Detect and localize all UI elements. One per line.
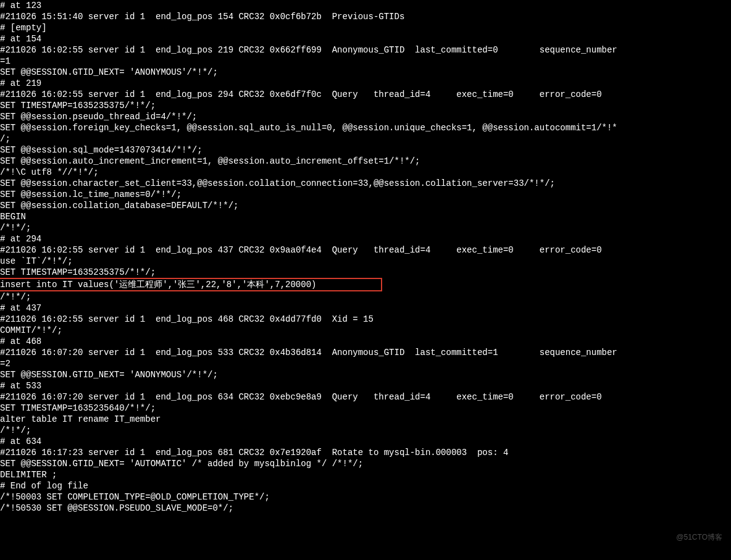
terminal-line: # at 123 bbox=[0, 0, 731, 11]
terminal-line: #211026 16:02:55 server id 1 end_log_pos… bbox=[0, 89, 731, 100]
terminal-line: SET @@SESSION.GTID_NEXT= 'ANONYMOUS'/*!*… bbox=[0, 369, 731, 380]
terminal-line: SET TIMESTAMP=1635235375/*!*/; bbox=[0, 267, 731, 278]
terminal-line: =1 bbox=[0, 56, 731, 67]
watermark-text: @51CTO博客 bbox=[676, 532, 722, 543]
terminal-line: # at 154 bbox=[0, 33, 731, 44]
terminal-line: # at 533 bbox=[0, 380, 731, 391]
terminal-line: #211026 15:51:40 server id 1 end_log_pos… bbox=[0, 11, 731, 22]
terminal-line: /*!50530 SET @@SESSION.PSEUDO_SLAVE_MODE… bbox=[0, 503, 731, 514]
terminal-line: SET TIMESTAMP=1635235375/*!*/; bbox=[0, 100, 731, 111]
terminal-line: #211026 16:02:55 server id 1 end_log_pos… bbox=[0, 44, 731, 56]
terminal-line: #211026 16:02:55 server id 1 end_log_pos… bbox=[0, 314, 731, 325]
terminal-output[interactable]: # at 123#211026 15:51:40 server id 1 end… bbox=[0, 0, 731, 514]
terminal-line: BEGIN bbox=[0, 211, 731, 222]
terminal-line: SET @@SESSION.GTID_NEXT= 'AUTOMATIC' /* … bbox=[0, 458, 731, 469]
terminal-line: SET @@session.auto_increment_increment=1… bbox=[0, 156, 731, 167]
terminal-line: alter table IT rename IT_member bbox=[0, 414, 731, 425]
terminal-line: /; bbox=[0, 133, 731, 144]
terminal-line: SET TIMESTAMP=1635235640/*!*/; bbox=[0, 403, 731, 414]
terminal-line: SET @@session.lc_time_names=0/*!*/; bbox=[0, 189, 731, 200]
terminal-line: SET @@session.pseudo_thread_id=4/*!*/; bbox=[0, 111, 731, 122]
terminal-line: /*!50003 SET COMPLETION_TYPE=@OLD_COMPLE… bbox=[0, 491, 731, 503]
terminal-line: use `IT`/*!*/; bbox=[0, 256, 731, 267]
terminal-line: /*!*/; bbox=[0, 222, 731, 233]
terminal-line: COMMIT/*!*/; bbox=[0, 325, 731, 336]
terminal-line: insert into IT values('运维工程师','张三',22,'8… bbox=[0, 278, 731, 291]
terminal-line: # at 468 bbox=[0, 336, 731, 347]
terminal-line: SET @@session.character_set_client=33,@@… bbox=[0, 178, 731, 189]
terminal-line: # at 634 bbox=[0, 436, 731, 447]
terminal-line: SET @@session.sql_mode=1437073414/*!*/; bbox=[0, 144, 731, 156]
terminal-line: #211026 16:02:55 server id 1 end_log_pos… bbox=[0, 244, 731, 256]
terminal-line: /*!\C utf8 *//*!*/; bbox=[0, 167, 731, 178]
terminal-line: #211026 16:07:20 server id 1 end_log_pos… bbox=[0, 347, 731, 358]
highlighted-insert-statement: insert into IT values('运维工程师','张三',22,'8… bbox=[0, 278, 382, 291]
terminal-line: #211026 16:17:23 server id 1 end_log_pos… bbox=[0, 447, 731, 458]
terminal-line: SET @@session.collation_database=DEFAULT… bbox=[0, 200, 731, 211]
terminal-line: SET @@SESSION.GTID_NEXT= 'ANONYMOUS'/*!*… bbox=[0, 67, 731, 78]
terminal-line: =2 bbox=[0, 358, 731, 369]
terminal-line: #211026 16:07:20 server id 1 end_log_pos… bbox=[0, 391, 731, 403]
terminal-line: /*!*/; bbox=[0, 291, 731, 303]
terminal-line: # End of log file bbox=[0, 480, 731, 491]
terminal-line: # at 437 bbox=[0, 303, 731, 314]
terminal-line: # at 294 bbox=[0, 233, 731, 244]
terminal-line: # [empty] bbox=[0, 22, 731, 33]
terminal-line: # at 219 bbox=[0, 78, 731, 89]
terminal-line: DELIMITER ; bbox=[0, 469, 731, 480]
terminal-line: /*!*/; bbox=[0, 425, 731, 436]
terminal-line: SET @@session.foreign_key_checks=1, @@se… bbox=[0, 122, 731, 133]
